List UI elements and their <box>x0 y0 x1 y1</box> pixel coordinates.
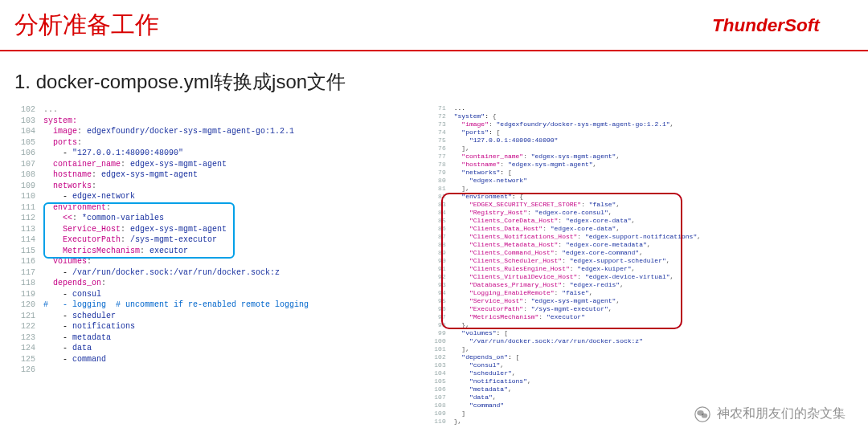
svg-point-3 <box>702 413 708 418</box>
wechat-icon <box>694 406 710 422</box>
section-title: 1. docker-compose.yml转换成json文件 <box>0 51 868 104</box>
json-code-block: 71... 72"system": { 73 "image": "edgexfo… <box>417 104 862 426</box>
slide-title: 分析准备工作 <box>14 9 159 42</box>
thundersoft-logo: ThunderSoft <box>712 13 857 37</box>
watermark-text: 神农和朋友们的杂文集 <box>717 406 845 422</box>
svg-text:ThunderSoft: ThunderSoft <box>712 15 821 35</box>
yaml-code-block: 102... 103system: 104 image: edgexfoundr… <box>6 104 417 376</box>
wechat-watermark: 神农和朋友们的杂文集 <box>694 406 845 422</box>
